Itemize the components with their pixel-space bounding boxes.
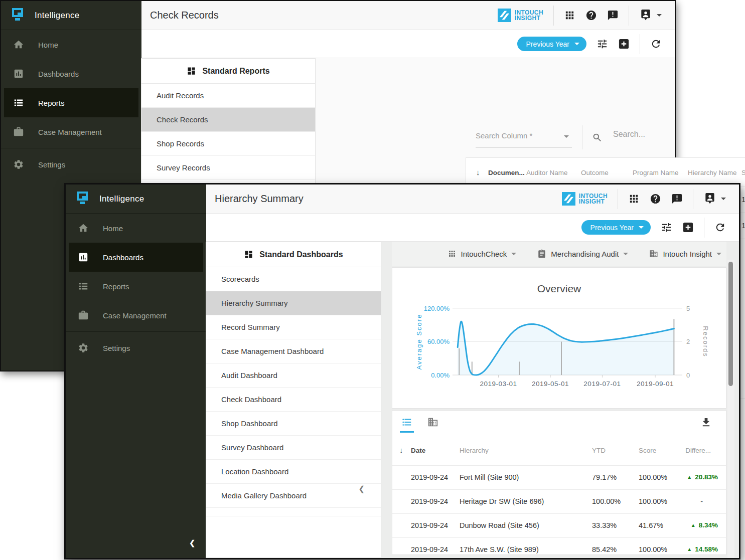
panel-item-shop-records[interactable]: Shop Records	[141, 132, 315, 156]
help-icon[interactable]	[585, 10, 597, 21]
column-header-auditor[interactable]: Auditor Name	[526, 169, 568, 176]
app-logo[interactable]: Intelligence	[1, 1, 141, 30]
panel-item-location-dashboard[interactable]: Location Dashboard	[206, 460, 381, 484]
period-filter-button[interactable]: Previous Year	[581, 220, 651, 235]
sidebar-item-label: Home	[103, 224, 123, 233]
selector-product[interactable]: IntouchCheck	[448, 249, 517, 258]
column-header-document[interactable]: Documen...	[488, 169, 525, 176]
panel-item-survey-records[interactable]: Survey Records	[141, 156, 315, 180]
sidebar-item-reports[interactable]: Reports	[4, 88, 138, 117]
download-icon[interactable]	[700, 417, 712, 428]
search-column-select[interactable]: Search Column *	[476, 131, 532, 140]
panel-item-case-management-dashboard[interactable]: Case Management Dashboard	[206, 339, 381, 363]
panel-item-media-gallery-dashboard[interactable]: Media Gallery Dashboard	[206, 484, 381, 508]
column-header-hierarchy[interactable]: Hierarchy Name	[688, 169, 737, 176]
panel-item-check-dashboard[interactable]: Check Dashboard	[206, 388, 381, 412]
account-icon	[639, 9, 652, 22]
filter-tune-icon[interactable]	[597, 38, 608, 50]
trend-up-icon: ▲	[687, 474, 692, 480]
help-icon[interactable]	[650, 193, 661, 205]
cell-hierarchy: 17th Ave S.W. (Site 989)	[460, 545, 539, 553]
add-button[interactable]	[682, 222, 694, 233]
home-icon	[78, 223, 89, 234]
column-header-hierarchy[interactable]: Hierarchy	[460, 447, 489, 454]
table-row[interactable]: 2019-09-24 Dunbow Road (Site 456) 33.33%…	[392, 514, 726, 538]
sidebar: Intelligence Home Dashboards Reports Cas…	[66, 184, 206, 558]
sidebar-item-home[interactable]: Home	[1, 30, 141, 59]
intouch-insight-logo-text: INTOUCHINSIGHT	[515, 10, 543, 21]
feedback-icon[interactable]	[607, 10, 619, 21]
apps-grid-icon[interactable]	[628, 193, 640, 205]
svg-text:0.00%: 0.00%	[431, 371, 450, 379]
page-title: Check Records	[150, 10, 219, 21]
svg-text:Average Score: Average Score	[415, 314, 423, 370]
sidebar-item-settings[interactable]: Settings	[1, 150, 141, 179]
search-column-underline	[476, 147, 572, 148]
panel-item-survey-dashboard[interactable]: Survey Dashboard	[206, 436, 381, 460]
intouch-insight-logo-text: INTOUCHINSIGHT	[579, 194, 608, 205]
column-header-outcome[interactable]: Outcome	[581, 169, 609, 176]
sort-desc-icon: ↓	[476, 168, 480, 176]
add-button[interactable]	[618, 38, 630, 50]
sidebar-item-case-management[interactable]: Case Management	[66, 301, 206, 330]
scrollbar[interactable]	[727, 260, 734, 558]
intelligence-logo-icon	[11, 8, 25, 23]
caret-down-icon	[574, 43, 579, 45]
panel-item-shop-dashboard[interactable]: Shop Dashboard	[206, 412, 381, 436]
filter-tune-icon[interactable]	[661, 222, 672, 233]
period-filter-button[interactable]: Previous Year	[517, 37, 586, 51]
sidebar-item-home[interactable]: Home	[66, 214, 206, 243]
column-header-difference[interactable]: Differe...	[685, 447, 711, 454]
table-view-tabs	[392, 411, 726, 435]
panel-collapse-button[interactable]: ❮	[358, 484, 365, 493]
panel-item-audit-records[interactable]: Audit Records	[141, 84, 315, 108]
selector-hierarchy[interactable]: Intouch Insight	[649, 249, 721, 258]
sidebar-item-dashboards[interactable]: Dashboards	[69, 243, 203, 272]
column-header-program[interactable]: Program Name	[633, 169, 679, 176]
header-actions: INTOUCHINSIGHT	[562, 189, 739, 209]
account-menu[interactable]	[639, 9, 662, 22]
app-logo[interactable]: Intelligence	[66, 184, 206, 214]
panel-footer-divider	[206, 508, 381, 516]
sidebar-item-settings[interactable]: Settings	[66, 333, 206, 362]
column-header-score[interactable]: Score Percent...	[741, 169, 745, 176]
panel-item-scorecards[interactable]: Scorecards	[206, 267, 381, 291]
sidebar-item-label: Settings	[103, 344, 130, 352]
panel-item-audit-dashboard[interactable]: Audit Dashboard	[206, 363, 381, 388]
sidebar-item-label: Reports	[38, 99, 65, 107]
sidebar-item-label: Case Management	[103, 311, 167, 320]
hierarchy-view-tab[interactable]	[427, 417, 442, 432]
search-input[interactable]	[612, 129, 745, 139]
table-row[interactable]: 2019-09-24 17th Ave S.W. (Site 989) 85.4…	[392, 538, 726, 560]
refresh-icon[interactable]	[714, 222, 726, 233]
selector-program[interactable]: Merchandising Audit	[537, 249, 628, 258]
scrollbar-thumb[interactable]	[728, 262, 733, 386]
table-row[interactable]: 2019-09-24 Fort Mill (Site 900) 79.17% 1…	[392, 466, 726, 490]
apps-grid-icon	[448, 249, 457, 258]
list-view-tab[interactable]	[401, 417, 416, 432]
panel-item-check-records[interactable]: Check Records	[141, 108, 315, 132]
period-filter-label: Previous Year	[590, 224, 634, 232]
table-row[interactable]: 2019-09-24 Heritage Dr SW (Site 696) 100…	[392, 490, 726, 514]
search-icon	[592, 132, 603, 143]
cell-difference: ▲8.34%	[691, 521, 718, 529]
column-header-score[interactable]: Score	[639, 447, 656, 454]
sidebar-collapse-button[interactable]: ❮	[189, 539, 195, 547]
feedback-icon[interactable]	[671, 193, 683, 205]
panel-item-record-summary[interactable]: Record Summary	[206, 315, 381, 339]
sidebar-item-reports[interactable]: Reports	[66, 272, 206, 301]
cell-hierarchy: Dunbow Road (Site 456)	[460, 521, 539, 529]
panel-item-hierarchy-summary[interactable]: Hierarchy Summary	[206, 291, 381, 315]
sidebar-item-dashboards[interactable]: Dashboards	[1, 59, 141, 88]
sidebar-item-case-management[interactable]: Case Management	[1, 117, 141, 146]
header-divider	[693, 189, 693, 209]
refresh-icon[interactable]	[650, 38, 662, 50]
table-header-row[interactable]: ↓ Date Hierarchy YTD Score Differe...	[392, 435, 726, 466]
sidebar-divider	[66, 331, 206, 332]
account-menu[interactable]	[703, 192, 726, 206]
column-header-ytd[interactable]: YTD	[592, 447, 606, 454]
apps-grid-icon[interactable]	[564, 10, 575, 21]
panel-title: Standard Dashboards	[259, 250, 343, 259]
column-header-date[interactable]: Date	[411, 447, 425, 454]
panel-header: Standard Dashboards	[206, 242, 381, 267]
